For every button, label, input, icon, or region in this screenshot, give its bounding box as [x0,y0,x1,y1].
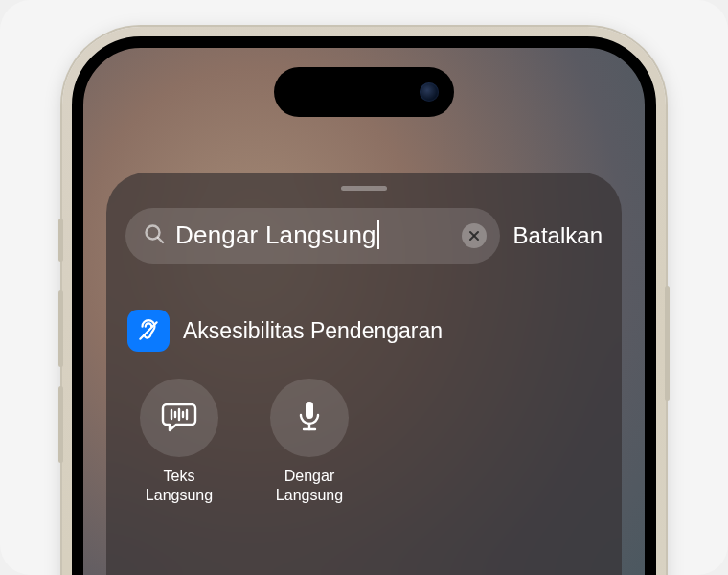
microphone-icon [289,396,330,440]
phone-device-frame: Dengar Langsung Batalkan [62,27,666,575]
volume-down-button [58,386,63,463]
section-header: Aksesibilitas Pendengaran [125,310,603,352]
sheet-grabber[interactable] [341,186,387,191]
search-input-value[interactable]: Dengar Langsung [175,220,452,251]
power-button [665,286,670,401]
phone-screen: Dengar Langsung Batalkan [72,36,656,575]
front-camera [420,82,439,102]
cancel-button[interactable]: Batalkan [513,222,603,249]
search-icon [143,222,166,249]
shortcut-circle [140,379,218,457]
shortcut-label: Dengar Langsung [276,467,343,505]
mute-switch [58,218,63,262]
shortcut-live-listen[interactable]: Dengar Langsung [262,379,357,505]
shortcut-label: Teks Langsung [146,467,213,505]
hearing-accessibility-icon [127,310,170,352]
svg-line-1 [158,238,163,242]
shortcut-live-captions[interactable]: Teks Langsung [131,379,227,505]
live-captions-icon [159,396,199,440]
search-field[interactable]: Dengar Langsung [125,208,500,264]
shortcuts-row: Teks Langsung [125,379,603,505]
control-center-search-panel: Dengar Langsung Batalkan [106,172,622,575]
volume-up-button [58,290,63,367]
section-title: Aksesibilitas Pendengaran [183,318,443,344]
search-row: Dengar Langsung Batalkan [125,208,603,264]
clear-search-button[interactable] [462,223,487,248]
svg-rect-10 [306,402,313,419]
shortcut-circle [270,379,349,457]
image-frame: Dengar Langsung Batalkan [0,0,728,575]
dynamic-island [274,67,454,117]
